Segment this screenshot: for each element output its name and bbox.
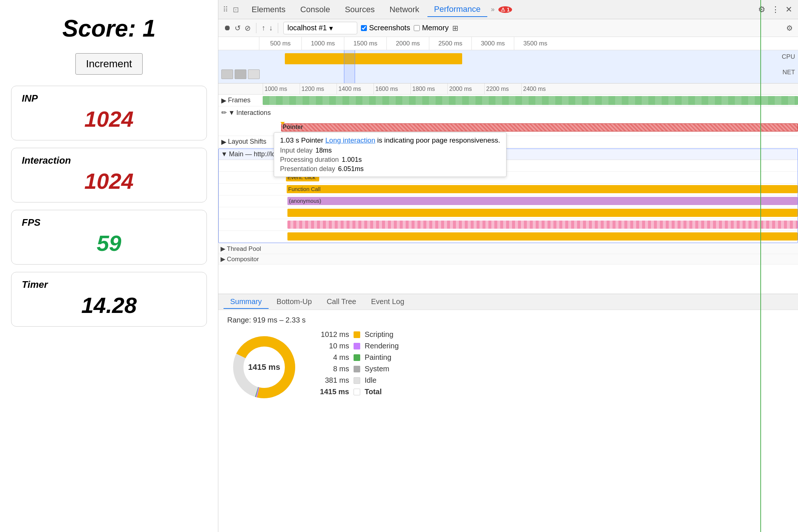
timer-value: 14.28: [22, 293, 196, 318]
painting-ms: 4 ms: [316, 353, 349, 362]
tab-event-log[interactable]: Event Log: [364, 295, 411, 309]
scripting-ms: 1012 ms: [316, 330, 349, 339]
memory-checkbox-group: Memory: [414, 24, 449, 32]
pink-row-content: [263, 219, 798, 231]
devtools-expand-icon: ⊡: [233, 5, 239, 14]
yellow-row-content: [263, 207, 798, 219]
fr-2000: 2000 ms: [447, 83, 484, 94]
donut-label: 1415 ms: [248, 362, 280, 372]
cpu-bar: [285, 53, 462, 64]
rendering-swatch: [354, 343, 360, 349]
function-call-row-content: Function Call: [263, 184, 798, 195]
pink-row: [219, 219, 798, 231]
memory-label: Memory: [422, 24, 449, 32]
more-options-icon[interactable]: ⋮: [770, 3, 781, 16]
total-swatch: [354, 389, 360, 395]
bottom-tabs: Summary Bottom-Up Call Tree Event Log: [218, 294, 798, 310]
timer-label: Timer: [22, 279, 196, 290]
rendering-name: Rendering: [365, 342, 399, 350]
ruler-2000: 2000 ms: [386, 37, 429, 50]
overview-area[interactable]: CPU NET: [218, 50, 798, 83]
tooltip-presentation: Presentation delay 6.051ms: [280, 165, 500, 173]
pointer-bar-label: Pointer: [283, 124, 303, 130]
system-swatch: [354, 366, 360, 372]
screenshots-checkbox[interactable]: [361, 25, 367, 31]
devtools-panel: ⠿ ⊡ Elements Console Sources Network Per…: [218, 0, 798, 532]
inp-value: 1024: [22, 106, 196, 132]
idle-name: Idle: [365, 376, 376, 385]
ruler-2500: 2500 ms: [429, 37, 471, 50]
compositor-chevron-icon[interactable]: ▶: [221, 255, 225, 263]
url-label: localhost #1: [287, 24, 327, 32]
idle-ms: 381 ms: [316, 376, 349, 385]
interactions-chevron-icon[interactable]: ▼: [228, 109, 235, 117]
thread-pool-chevron-icon[interactable]: ▶: [221, 245, 225, 253]
tab-sources[interactable]: Sources: [338, 3, 381, 17]
main-thread-chevron-icon[interactable]: ▼: [221, 150, 228, 158]
refresh-icon[interactable]: ↺: [235, 24, 241, 33]
interaction-label: Interaction: [22, 155, 196, 166]
flame-rows: ▶ Frames ✏ ▼ Interactions Pointer: [218, 95, 798, 294]
overview-ruler: 500 ms 1000 ms 1500 ms 2000 ms 2500 ms 3…: [218, 37, 798, 50]
tab-network[interactable]: Network: [383, 3, 426, 17]
legend-painting: 4 ms Painting: [316, 353, 399, 362]
summary-panel: Range: 919 ms – 2.33 s 1415 ms: [218, 310, 798, 532]
fr-1200: 1200 ms: [300, 83, 337, 94]
inp-label: INP: [22, 93, 196, 104]
tab-bottom-up[interactable]: Bottom-Up: [270, 295, 319, 309]
tab-summary[interactable]: Summary: [224, 295, 269, 309]
devtools-icons: ⚙ ⋮ ✕: [757, 3, 794, 16]
increment-button[interactable]: Increment: [75, 53, 143, 75]
layout-shifts-chevron-icon[interactable]: ▶: [221, 138, 226, 146]
tab-call-tree[interactable]: Call Tree: [320, 295, 363, 309]
rendering-ms: 10 ms: [316, 342, 349, 350]
function-call-bar[interactable]: Function Call: [287, 185, 798, 193]
yellow-bar: [287, 209, 798, 217]
fr-1400: 1400 ms: [337, 83, 374, 94]
system-name: System: [365, 365, 389, 373]
tab-console[interactable]: Console: [294, 3, 337, 17]
thread-pool-indicator: [760, 95, 761, 294]
anonymous-bar[interactable]: (anonymous): [287, 197, 798, 205]
record-icon[interactable]: ⏺: [224, 24, 231, 32]
ruler-3500: 3500 ms: [514, 37, 556, 50]
download-icon[interactable]: ↓: [269, 24, 273, 32]
more-tabs-icon[interactable]: »: [491, 6, 495, 13]
flame-ruler: 1000 ms 1200 ms 1400 ms 1600 ms 1800 ms …: [218, 83, 798, 95]
tab-elements[interactable]: Elements: [245, 3, 292, 17]
fr-1600: 1600 ms: [374, 83, 410, 94]
pointer-bar[interactable]: [281, 123, 798, 132]
yellow2-bar: [287, 232, 798, 241]
url-dropdown-icon: ▾: [329, 24, 333, 33]
frames-chevron-icon[interactable]: ▶: [221, 96, 226, 105]
summary-range: Range: 919 ms – 2.33 s: [227, 316, 789, 324]
donut-chart: 1415 ms: [227, 330, 301, 404]
frames-label: ▶ Frames: [218, 96, 263, 105]
anonymous-row: (anonymous): [219, 195, 798, 207]
flame-ruler-marks: 1000 ms 1200 ms 1400 ms 1600 ms 1800 ms …: [263, 83, 558, 94]
compositor-row: ▶ Compositor: [218, 254, 798, 265]
devtools-drag-icon: ⠿: [223, 5, 228, 14]
thread-pool-label: Thread Pool: [227, 245, 261, 253]
settings-icon[interactable]: ⚙: [757, 3, 767, 16]
tooltip-link[interactable]: Long interaction: [325, 136, 375, 144]
clear-icon[interactable]: ⊘: [245, 24, 251, 33]
ruler-marks: 500 ms 1000 ms 1500 ms 2000 ms 2500 ms 3…: [259, 37, 556, 50]
fps-card: FPS 59: [11, 210, 207, 265]
thread-pool-row: ▶ Thread Pool: [218, 244, 798, 254]
upload-icon[interactable]: ↑: [262, 24, 265, 32]
capture-settings-icon[interactable]: ⊞: [452, 24, 458, 33]
fps-label: FPS: [22, 217, 196, 228]
tab-performance[interactable]: Performance: [427, 2, 487, 17]
close-icon[interactable]: ✕: [784, 3, 794, 16]
compositor-label: Compositor: [227, 256, 259, 263]
fr-1000: 1000 ms: [263, 83, 300, 94]
memory-checkbox[interactable]: [414, 25, 420, 31]
devtools-settings-icon[interactable]: ⚙: [786, 24, 793, 33]
legend-rendering: 10 ms Rendering: [316, 342, 399, 350]
total-ms: 1415 ms: [316, 388, 349, 396]
devtools-toolbar: ⏺ ↺ ⊘ ↑ ↓ localhost #1 ▾ Screenshots Mem…: [218, 19, 798, 37]
cpu-label: CPU: [782, 53, 795, 61]
fr-2200: 2200 ms: [484, 83, 521, 94]
url-selector[interactable]: localhost #1 ▾: [283, 22, 357, 34]
